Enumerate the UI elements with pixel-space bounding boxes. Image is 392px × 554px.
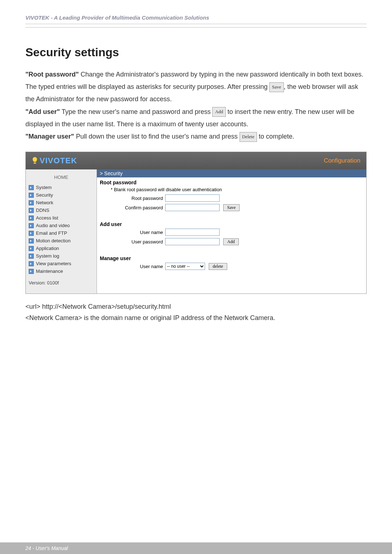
sidebar-item-system[interactable]: System	[28, 184, 94, 191]
user-password-label: User password	[100, 239, 165, 245]
sidebar-item-email-and-ftp[interactable]: Email and FTP	[28, 229, 94, 237]
confirm-password-label: Confirm password	[100, 205, 165, 210]
sidebar-item-label: System log	[36, 253, 59, 259]
add-user-lead: "Add user"	[25, 108, 60, 115]
add-user-heading: Add user	[100, 221, 363, 227]
root-password-note: * Blank root password will disable user …	[100, 187, 363, 192]
sidebar-item-application[interactable]: Application	[28, 245, 94, 252]
vivotek-logo: VIVOTEK	[32, 156, 77, 165]
sidebar-item-system-log[interactable]: System log	[28, 252, 94, 260]
sidebar-item-network[interactable]: Network	[28, 199, 94, 206]
user-select[interactable]: -- no user --	[165, 263, 205, 270]
sidebar: HOME SystemSecurityNetworkDDNSAccess lis…	[26, 169, 97, 294]
screenshot-panel: VIVOTEK Configuration HOME SystemSecurit…	[25, 152, 367, 294]
add-button[interactable]: Add	[223, 238, 239, 245]
sidebar-item-maintenance[interactable]: Maintenance	[28, 267, 94, 275]
header-divider	[25, 27, 367, 28]
version-text: Version: 0100f	[28, 275, 94, 291]
arrow-icon	[29, 216, 34, 221]
arrow-icon	[29, 193, 34, 198]
sidebar-item-view-parameters[interactable]: View parameters	[28, 260, 94, 267]
arrow-icon	[29, 185, 34, 190]
sidebar-item-motion-detection[interactable]: Motion detection	[28, 237, 94, 245]
sidebar-item-label: Audio and video	[36, 223, 70, 228]
sidebar-item-label: Email and FTP	[36, 230, 67, 236]
arrow-icon	[29, 231, 34, 236]
manage-user-heading: Manage user	[100, 255, 363, 261]
arrow-icon	[29, 200, 34, 205]
breadcrumb: > Security	[97, 169, 366, 177]
sidebar-item-security[interactable]: Security	[28, 191, 94, 199]
root-password-heading: Root password	[100, 180, 363, 185]
save-button[interactable]: Save	[223, 204, 240, 211]
main-panel: > Security Root password * Blank root pa…	[97, 169, 366, 294]
delete-button[interactable]: delete	[209, 263, 227, 270]
arrow-icon	[29, 208, 34, 213]
add-button-inline: Add	[212, 107, 225, 117]
save-button-inline: Save	[269, 82, 283, 92]
page-footer: 24 - User's Manual	[0, 542, 392, 554]
confirm-password-input[interactable]	[165, 204, 220, 211]
arrow-icon	[29, 223, 34, 228]
arrow-icon	[29, 254, 34, 259]
logo-text: VIVOTEK	[40, 156, 77, 165]
arrow-icon	[29, 238, 34, 243]
arrow-icon	[29, 261, 34, 266]
manager-user-lead: "Manager user"	[25, 133, 74, 140]
configuration-label[interactable]: Configuration	[324, 157, 360, 164]
nav-home[interactable]: HOME	[28, 172, 94, 184]
sidebar-item-ddns[interactable]: DDNS	[28, 206, 94, 214]
root-password-input[interactable]	[165, 194, 220, 202]
sidebar-item-label: View parameters	[36, 261, 71, 266]
arrow-icon	[29, 269, 34, 274]
sidebar-item-label: System	[36, 185, 52, 190]
sidebar-item-label: Application	[36, 246, 59, 251]
page-title: Security settings	[25, 46, 367, 59]
url-note: <Network Camera> is the domain name or o…	[25, 312, 367, 324]
screenshot-header: VIVOTEK Configuration	[26, 152, 366, 169]
root-password-label: Root password	[100, 196, 165, 201]
root-password-lead: "Root password"	[25, 71, 79, 78]
sidebar-item-label: Access list	[36, 215, 58, 221]
page-header: VIVOTEK - A Leading Provider of Multimed…	[25, 15, 367, 24]
arrow-icon	[29, 246, 34, 251]
sidebar-item-label: Maintenance	[36, 268, 63, 274]
bulb-icon	[32, 156, 38, 165]
description-text: "Root password" Change the Administrator…	[25, 68, 367, 143]
user-password-input[interactable]	[165, 238, 220, 245]
sidebar-item-label: DDNS	[36, 208, 49, 213]
sidebar-item-label: Motion detection	[36, 238, 70, 243]
user-name-label: User name	[100, 230, 165, 235]
user-name-input[interactable]	[165, 229, 220, 236]
manage-user-name-label: User name	[100, 264, 165, 269]
sidebar-item-label: Network	[36, 200, 53, 205]
sidebar-item-label: Security	[36, 192, 53, 198]
sidebar-item-access-list[interactable]: Access list	[28, 214, 94, 222]
url-line: <url> http://<Network Camera>/setup/secu…	[25, 301, 367, 312]
sidebar-item-audio-and-video[interactable]: Audio and video	[28, 222, 94, 229]
delete-button-inline: Delete	[240, 132, 257, 142]
